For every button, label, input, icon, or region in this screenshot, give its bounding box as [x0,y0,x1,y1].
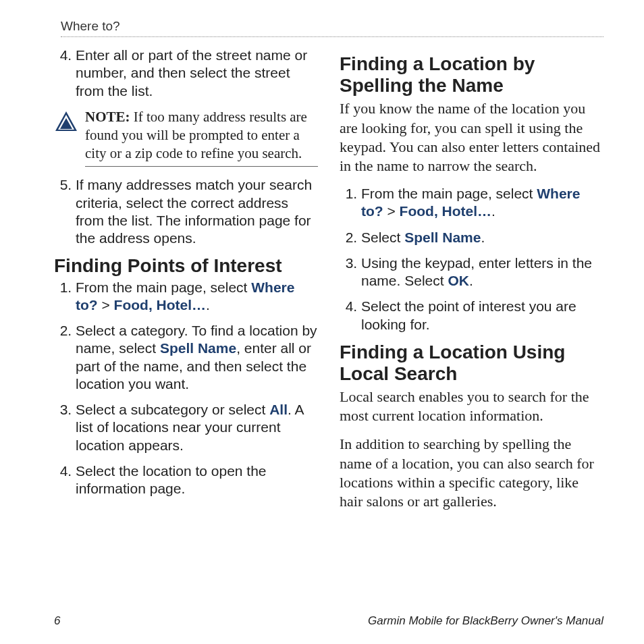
text: . [206,297,210,313]
local-body-2: In addition to searching by spelling the… [340,435,603,511]
right-column: Finding a Location by Spelling the Name … [340,47,603,520]
text: . [481,230,485,245]
text: From the main page, select [76,279,251,295]
text: From the main page, select [361,186,537,201]
spell-heading: Finding a Location by Spelling the Name [340,53,603,97]
text: . [491,203,495,219]
list-item: Enter all or part of the street name or … [76,47,318,100]
poi-heading: Finding Points of Interest [54,255,318,277]
page-number: 6 [54,614,60,628]
ui-term: Food, Hotel… [114,297,206,313]
list-item: Select a subcategory or select All. A li… [76,401,318,454]
local-body-1: Local search enables you to search for t… [340,387,603,425]
spell-steps: From the main page, select Where to? > F… [340,185,603,333]
text: Select a subcategory or select [76,402,269,417]
ui-term: OK [448,273,469,288]
text: > [383,203,400,219]
local-heading: Finding a Location Using Local Search [340,342,603,385]
list-item: If many addresses match your search crit… [76,176,318,247]
note-text: NOTE: If too many address results are fo… [85,108,318,167]
text: Using the keypad, enter letters in the n… [361,255,592,288]
content-columns: Enter all or part of the street name or … [54,47,603,520]
ui-term: All [269,402,288,417]
doc-title: Garmin Mobile for BlackBerry Owner's Man… [368,614,603,628]
list-item: Select Spell Name. [361,229,603,246]
list-item: Using the keypad, enter letters in the n… [361,254,603,290]
address-steps-a: Enter all or part of the street name or … [54,47,318,100]
page-header: Where to? [61,19,603,37]
address-steps-b: If many addresses match your search crit… [54,176,318,247]
ui-term: Spell Name [404,230,481,245]
list-item: Select a category. To find a location by… [76,322,318,393]
list-item: Select the location to open the informat… [76,462,318,498]
text: Select the location to open the informat… [76,463,267,496]
text: Select the point of interest you are loo… [361,298,576,331]
page-footer: 6 Garmin Mobile for BlackBerry Owner's M… [54,614,603,628]
ui-term: Spell Name [160,340,236,356]
text: Select [361,230,404,245]
text: . [469,273,473,288]
spell-body: If you know the name of the location you… [340,99,603,176]
left-column: Enter all or part of the street name or … [54,47,318,520]
warning-icon [54,109,78,136]
list-item: Select the point of interest you are loo… [361,298,603,333]
note-block: NOTE: If too many address results are fo… [54,108,318,167]
ui-term: Food, Hotel… [400,203,491,219]
note-label: NOTE: [85,109,130,125]
poi-steps: From the main page, select Where to? > F… [54,279,318,498]
list-item: From the main page, select Where to? > F… [361,185,603,221]
manual-page: Where to? Enter all or part of the stree… [0,0,644,534]
list-item: From the main page, select Where to? > F… [76,279,318,315]
text: > [98,297,114,313]
